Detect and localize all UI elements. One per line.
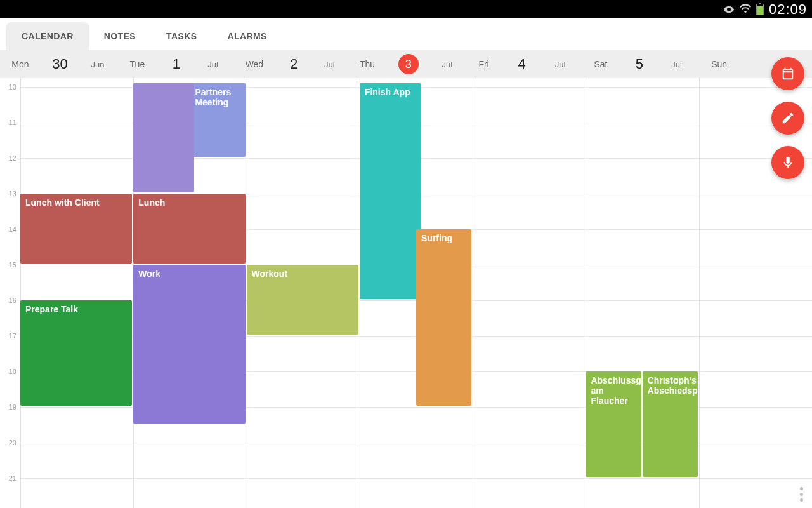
event-surfing[interactable]: Surfing — [416, 229, 471, 406]
day-number: 4 — [518, 56, 526, 72]
day-number: 30 — [52, 56, 67, 72]
status-clock: 02:09 — [769, 1, 807, 18]
day-number: 2 — [290, 56, 298, 72]
event-block[interactable] — [133, 83, 194, 192]
mic-icon — [781, 156, 795, 170]
day-of-week: Wed — [246, 59, 264, 69]
tab-alarms[interactable]: ALARMS — [212, 22, 282, 50]
fab-pencil[interactable] — [771, 102, 804, 135]
hour-label-17: 17 — [9, 332, 16, 340]
hour-label-12: 12 — [9, 154, 16, 162]
month-label: Jul — [207, 60, 218, 69]
event-lunch-with-client[interactable]: Lunch with Client — [20, 194, 132, 264]
tab-notes[interactable]: NOTES — [89, 22, 151, 50]
calendar-icon — [781, 67, 795, 81]
tab-tasks[interactable]: TASKS — [151, 22, 212, 50]
fab-calendar[interactable] — [771, 57, 804, 90]
month-label: Jul — [324, 60, 335, 69]
event-lunch[interactable]: Lunch — [133, 194, 245, 264]
day-header-1[interactable]: Tue1Jul — [116, 50, 232, 78]
day-of-week: Tue — [130, 59, 145, 69]
day-of-week: Sat — [594, 59, 607, 69]
event-partners-meeting[interactable]: Partners Meeting — [190, 83, 245, 157]
hour-label-14: 14 — [9, 225, 16, 233]
day-number: 3 — [398, 54, 419, 74]
month-label: Jul — [555, 60, 566, 69]
hour-label-21: 21 — [9, 474, 16, 482]
day-of-week: Thu — [360, 59, 375, 69]
hour-label-19: 19 — [9, 403, 16, 411]
event-workout[interactable]: Workout — [247, 265, 358, 335]
events-layer: Partners MeetingLunch with ClientLunchWo… — [20, 78, 812, 508]
fab-mic[interactable] — [771, 146, 804, 179]
event-abschlussgillen-am-flaucher[interactable]: Abschlussgillen am Flaucher — [586, 371, 641, 477]
date-header: Mon30JunTue1JulWed2JulThu3JulFri4JulSat5… — [0, 50, 812, 78]
hour-label-15: 15 — [9, 261, 16, 269]
battery-icon — [756, 4, 764, 15]
day-header-4[interactable]: Fri4Jul — [464, 50, 580, 78]
hour-label-13: 13 — [9, 190, 16, 197]
event-christoph-s-abschiedsparty[interactable]: Christoph's Abschiedsparty — [643, 371, 698, 477]
hour-label-11: 11 — [9, 119, 16, 126]
day-of-week: Sun — [711, 59, 727, 69]
fab-column — [771, 57, 804, 179]
calendar-grid[interactable]: 101112131415161718192021 Partners Meetin… — [0, 78, 812, 508]
event-prepare-talk[interactable]: Prepare Talk — [20, 300, 132, 406]
day-of-week: Fri — [478, 59, 488, 69]
event-finish-app[interactable]: Finish App — [360, 83, 421, 299]
day-header-2[interactable]: Wed2Jul — [232, 50, 348, 78]
day-number: 1 — [173, 56, 180, 72]
eye-icon — [723, 4, 735, 15]
day-header-3[interactable]: Thu3Jul — [348, 50, 464, 78]
tab-bar: CALENDARNOTESTASKSALARMS — [0, 18, 812, 50]
month-label: Jul — [442, 60, 452, 69]
hour-label-10: 10 — [9, 83, 16, 91]
wifi-icon — [740, 4, 751, 15]
day-header-5[interactable]: Sat5Jul — [580, 50, 696, 78]
hour-label-18: 18 — [9, 368, 16, 375]
day-number: 5 — [636, 56, 643, 72]
month-label: Jun — [91, 60, 105, 69]
hour-label-16: 16 — [9, 297, 16, 304]
android-status-bar: 02:09 — [0, 0, 812, 18]
event-work[interactable]: Work — [133, 265, 245, 424]
month-label: Jul — [671, 60, 682, 69]
pencil-icon — [781, 111, 795, 125]
overflow-menu[interactable] — [800, 487, 803, 502]
hour-label-20: 20 — [9, 439, 16, 446]
hour-gutter: 101112131415161718192021 — [0, 78, 20, 508]
